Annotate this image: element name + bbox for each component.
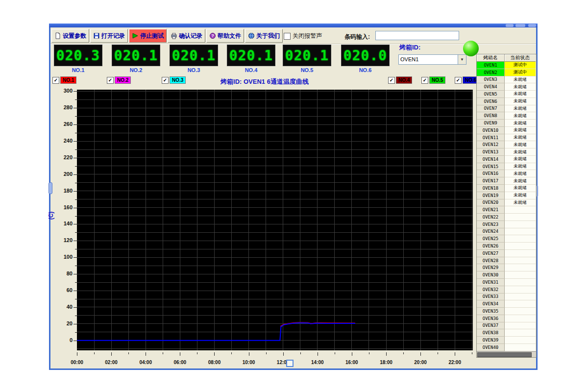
help-file-button[interactable]: ?帮助文件 xyxy=(206,29,244,43)
x-axis-tick-label: 10:00 xyxy=(238,360,260,365)
table-row[interactable]: OVEN26 xyxy=(477,243,536,250)
floppy-icon xyxy=(93,32,100,39)
oven-name-cell: OVEN24 xyxy=(477,228,505,236)
oven-name-cell: OVEN14 xyxy=(477,156,505,163)
oven-id-dropdown[interactable]: OVEN1 ▼ xyxy=(398,54,466,65)
table-row[interactable]: OVEN18未就绪 xyxy=(477,185,536,192)
barcode-input[interactable] xyxy=(375,31,459,40)
led-channel-label: NO.1 xyxy=(54,67,102,73)
table-row[interactable]: OVEN10未就绪 xyxy=(477,127,536,134)
table-row[interactable]: OVEN29 xyxy=(477,264,536,271)
x-axis-minor-tick xyxy=(438,352,438,354)
table-row[interactable]: OVEN36 xyxy=(477,315,536,322)
y-axis-tick-label: 40 xyxy=(58,304,73,310)
oven-status-cell xyxy=(505,337,536,344)
window-titlebar xyxy=(49,24,538,27)
table-row[interactable]: OVEN4未就绪 xyxy=(477,83,536,91)
mute-alarm-checkbox[interactable] xyxy=(284,33,291,40)
x-axis-tick-label: 18:00 xyxy=(375,360,397,365)
x-axis-major-tick xyxy=(283,352,284,356)
chevron-down-icon[interactable]: ▼ xyxy=(458,55,466,64)
window-control-fragment[interactable] xyxy=(506,24,514,27)
y-axis-minor-tick xyxy=(75,149,77,150)
oven-status-cell: 测试中 xyxy=(505,69,536,76)
led-display-6: 020.0 xyxy=(341,45,390,66)
table-row[interactable]: OVEN12未就绪 xyxy=(477,141,536,148)
table-row[interactable]: OVEN37 xyxy=(477,322,536,330)
window-control-fragment[interactable] xyxy=(515,24,525,27)
y-axis-tick-label: 100 xyxy=(58,254,73,260)
svg-text:?: ? xyxy=(211,33,214,38)
table-row[interactable]: OVEN31 xyxy=(477,279,536,286)
table-row[interactable]: OVEN15未就绪 xyxy=(477,163,536,171)
y-axis-minor-tick xyxy=(75,133,77,133)
table-row[interactable]: OVEN20未就绪 xyxy=(477,199,536,207)
led-channel-label: NO.4 xyxy=(227,67,275,73)
table-row[interactable]: OVEN6未就绪 xyxy=(477,98,536,105)
table-row[interactable]: OVEN7未就绪 xyxy=(477,105,536,113)
table-scrollbar[interactable] xyxy=(477,351,536,357)
window-control-fragment[interactable] xyxy=(528,24,536,27)
table-row[interactable]: OVEN34 xyxy=(477,300,536,308)
channel-toggle-6[interactable]: ✓NO.6 xyxy=(455,76,479,84)
led-value: 020.1 xyxy=(285,48,329,64)
table-row[interactable]: OVEN8未就绪 xyxy=(477,112,536,120)
table-row[interactable]: OVEN14未就绪 xyxy=(477,156,536,163)
oven-name-cell: OVEN1 xyxy=(477,62,505,69)
stop-test-button[interactable]: 停止测试 xyxy=(129,29,167,43)
table-row[interactable]: OVEN35 xyxy=(477,308,536,315)
y-axis-major-tick xyxy=(74,274,77,274)
channel-toggle-1[interactable]: ✓NO.1 xyxy=(52,76,76,84)
table-row[interactable]: OVEN9未就绪 xyxy=(477,120,536,127)
table-row[interactable]: OVEN1测试中 xyxy=(477,62,536,69)
table-row[interactable]: OVEN33 xyxy=(477,294,536,301)
oven-name-cell: OVEN17 xyxy=(477,177,505,185)
y-axis-minor-tick xyxy=(75,166,77,167)
oven-status-cell: 未就绪 xyxy=(505,120,536,127)
table-row[interactable]: OVEN2测试中 xyxy=(477,69,536,76)
set-params-button[interactable]: 设置参数 xyxy=(51,29,89,43)
table-row[interactable]: OVEN27 xyxy=(477,250,536,257)
table-row[interactable]: OVEN38 xyxy=(477,329,536,337)
table-row[interactable]: OVEN3未就绪 xyxy=(477,76,536,84)
mute-alarm-toggle[interactable]: 关闭报警声 xyxy=(284,32,322,40)
y-axis-major-tick xyxy=(74,341,77,341)
confirm-record-button[interactable]: 确认记录 xyxy=(168,29,205,43)
table-row[interactable]: OVEN24 xyxy=(477,228,536,236)
oven-status-cell xyxy=(505,206,536,214)
oven-name-cell: OVEN36 xyxy=(477,315,505,322)
y-axis-major-tick xyxy=(74,257,77,258)
table-row[interactable]: OVEN30 xyxy=(477,271,536,279)
about-us-button[interactable]: 关于我们 xyxy=(245,29,283,43)
help-icon: ? xyxy=(209,32,216,39)
table-row[interactable]: OVEN28 xyxy=(477,257,536,265)
table-row[interactable]: OVEN22 xyxy=(477,214,536,221)
table-row[interactable]: OVEN19未就绪 xyxy=(477,192,536,199)
x-axis-tick-label: 02:00 xyxy=(100,360,122,365)
y-axis-tick-label: 20 xyxy=(58,320,73,326)
channel-checkbox[interactable]: ✓ xyxy=(52,77,59,84)
led-display-4: 020.1 xyxy=(227,45,275,66)
table-row[interactable]: OVEN23 xyxy=(477,221,536,228)
x-axis-tick-label: 00:00 xyxy=(66,360,88,365)
y-axis-minor-tick xyxy=(75,116,77,117)
document-icon xyxy=(54,32,61,39)
channel-checkbox[interactable]: ✓ xyxy=(455,77,462,84)
table-row[interactable]: OVEN40 xyxy=(477,344,536,351)
oven-status-cell xyxy=(505,250,536,257)
x-axis-minor-tick xyxy=(197,352,197,354)
open-record-button[interactable]: 打开记录 xyxy=(90,29,128,43)
table-row[interactable]: OVEN17未就绪 xyxy=(477,177,536,185)
led-display-5: 020.1 xyxy=(283,45,331,66)
table-row[interactable]: OVEN13未就绪 xyxy=(477,148,536,156)
table-row[interactable]: OVEN32 xyxy=(477,286,536,294)
table-row[interactable]: OVEN21 xyxy=(477,206,536,214)
table-row[interactable]: OVEN5未就绪 xyxy=(477,91,536,98)
table-scrollbar-thumb[interactable] xyxy=(477,352,532,357)
table-row[interactable]: OVEN11未就绪 xyxy=(477,134,536,142)
table-header-status: 当前状态 xyxy=(505,54,536,62)
table-row[interactable]: OVEN16未就绪 xyxy=(477,170,536,177)
table-row[interactable]: OVEN39 xyxy=(477,337,536,344)
table-row[interactable]: OVEN25 xyxy=(477,235,536,243)
oven-status-cell: 未就绪 xyxy=(505,134,536,142)
